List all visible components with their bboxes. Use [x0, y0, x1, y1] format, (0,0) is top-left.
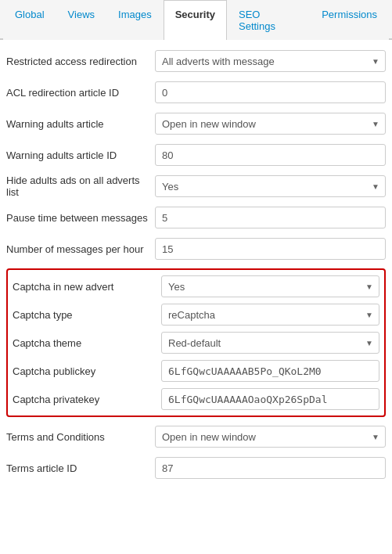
warning-adults-id-control [155, 144, 386, 166]
captcha-privatekey-control [161, 388, 379, 410]
messages-per-hour-control [155, 238, 386, 260]
restricted-access-control: All adverts with message Redirect to art… [155, 50, 386, 72]
captcha-in-new-select-wrapper: Yes No ▼ [161, 275, 379, 297]
tab-bar: Global Views Images Security SEO Setting… [0, 0, 392, 40]
tab-global[interactable]: Global [3, 0, 56, 40]
tab-seo-settings[interactable]: SEO Settings [227, 0, 310, 40]
acl-input[interactable] [155, 81, 386, 103]
captcha-theme-label: Captcha theme [13, 337, 161, 349]
restricted-access-select[interactable]: All adverts with message Redirect to art… [155, 50, 386, 72]
captcha-in-new-select[interactable]: Yes No [161, 275, 379, 297]
tab-permissions[interactable]: Permissions [310, 0, 389, 40]
captcha-publickey-control [161, 360, 379, 382]
messages-per-hour-row: Number of messages per hour [6, 237, 386, 261]
warning-adults-select[interactable]: Open in new window Open in same window N… [155, 113, 386, 135]
captcha-theme-control: Red-default White BlackGlass Clean ▼ [161, 332, 379, 354]
terms-id-label: Terms article ID [6, 462, 155, 474]
warning-adults-control: Open in new window Open in same window N… [155, 113, 386, 135]
captcha-type-label: Captcha type [13, 309, 161, 321]
captcha-type-control: reCaptcha Math None ▼ [161, 304, 379, 326]
warning-adults-row: Warning adults article Open in new windo… [6, 112, 386, 135]
captcha-publickey-input[interactable] [161, 360, 379, 382]
content-area: Restricted access redirection All advert… [0, 40, 392, 497]
captcha-type-select[interactable]: reCaptcha Math None [161, 304, 379, 326]
terms-id-input[interactable] [155, 457, 386, 479]
captcha-in-new-control: Yes No ▼ [161, 275, 379, 297]
restricted-access-select-wrapper: All adverts with message Redirect to art… [155, 50, 386, 72]
acl-label: ACL redirection article ID [6, 87, 155, 99]
warning-adults-id-row: Warning adults article ID [6, 143, 386, 167]
tab-views[interactable]: Views [56, 0, 106, 40]
pause-time-input[interactable] [155, 207, 386, 228]
captcha-type-select-wrapper: reCaptcha Math None ▼ [161, 304, 379, 326]
restricted-access-label: Restricted access redirection [6, 56, 155, 67]
hide-adults-control: Yes No ▼ [155, 175, 386, 197]
terms-label: Terms and Conditions [6, 431, 155, 443]
terms-control: Open in new window Open in same window N… [155, 426, 386, 448]
restricted-access-row: Restricted access redirection All advert… [6, 49, 386, 73]
captcha-section: Captcha in new advert Yes No ▼ Captcha t… [6, 268, 386, 417]
acl-control [155, 81, 386, 103]
warning-adults-label: Warning adults article [6, 118, 155, 130]
warning-adults-id-input[interactable] [155, 144, 386, 166]
tab-images[interactable]: Images [106, 0, 164, 40]
terms-id-control [155, 457, 386, 479]
messages-per-hour-label: Number of messages per hour [6, 243, 155, 255]
captcha-in-new-label: Captcha in new advert [13, 281, 161, 293]
terms-select[interactable]: Open in new window Open in same window N… [155, 426, 386, 448]
hide-adults-select[interactable]: Yes No [155, 175, 386, 197]
captcha-publickey-label: Captcha publickey [13, 365, 161, 377]
pause-time-row: Pause time between messages [6, 206, 386, 229]
captcha-privatekey-row: Captcha privatekey [13, 387, 379, 411]
warning-adults-select-wrapper: Open in new window Open in same window N… [155, 113, 386, 135]
captcha-type-row: Captcha type reCaptcha Math None ▼ [13, 303, 379, 326]
hide-adults-row: Hide adults ads on all adverts list Yes … [6, 174, 386, 198]
messages-per-hour-input[interactable] [155, 238, 386, 260]
captcha-theme-select-wrapper: Red-default White BlackGlass Clean ▼ [161, 332, 379, 354]
tab-security[interactable]: Security [164, 0, 227, 40]
terms-id-row: Terms article ID [6, 456, 386, 480]
terms-select-wrapper: Open in new window Open in same window N… [155, 426, 386, 448]
acl-row: ACL redirection article ID [6, 81, 386, 104]
captcha-theme-row: Captcha theme Red-default White BlackGla… [13, 331, 379, 354]
captcha-publickey-row: Captcha publickey [13, 359, 379, 383]
terms-row: Terms and Conditions Open in new window … [6, 425, 386, 448]
captcha-privatekey-label: Captcha privatekey [13, 394, 161, 405]
pause-time-control [155, 207, 386, 228]
captcha-privatekey-input[interactable] [161, 388, 379, 410]
captcha-in-new-row: Captcha in new advert Yes No ▼ [13, 275, 379, 298]
pause-time-label: Pause time between messages [6, 212, 155, 224]
warning-adults-id-label: Warning adults article ID [6, 149, 155, 161]
captcha-theme-select[interactable]: Red-default White BlackGlass Clean [161, 332, 379, 354]
hide-adults-select-wrapper: Yes No ▼ [155, 175, 386, 197]
hide-adults-label: Hide adults ads on all adverts list [6, 174, 155, 198]
